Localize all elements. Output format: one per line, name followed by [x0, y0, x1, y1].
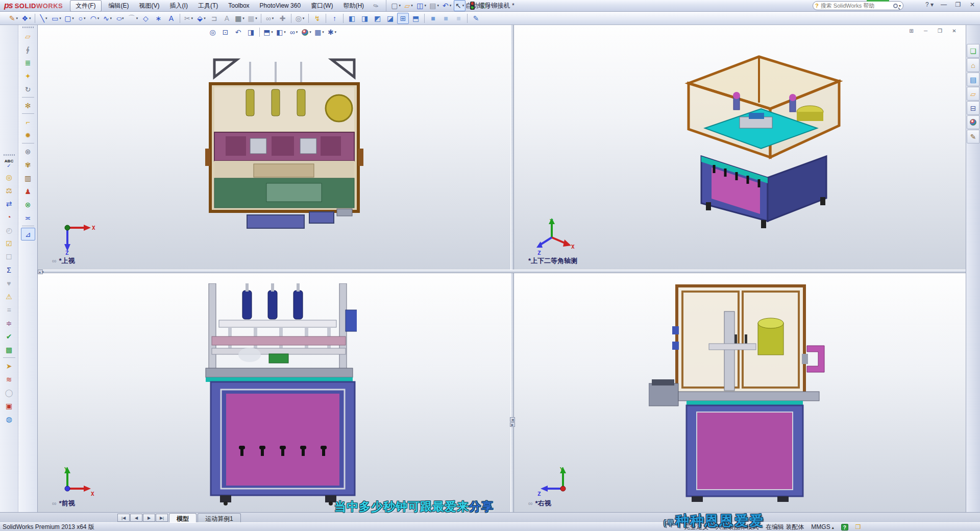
doc-minimize[interactable]: ─ — [920, 27, 932, 35]
tab-scroll-last[interactable]: ▶| — [156, 514, 168, 522]
search-icon[interactable] — [893, 4, 898, 8]
compress[interactable]: ≡ — [2, 303, 16, 316]
ellipse[interactable]: ○▾ — [114, 13, 126, 24]
exploded-view[interactable]: ✹ — [21, 129, 35, 141]
dropdown-arrow-icon[interactable]: ▾ — [424, 4, 426, 8]
appearances[interactable] — [967, 115, 979, 129]
view-settings[interactable]: ✱▾ — [326, 27, 338, 38]
instant-3d[interactable]: ↯ — [311, 13, 323, 24]
pattern-secondary[interactable]: ▦▾ — [247, 13, 258, 24]
vertical-splitter[interactable]: ◀ ▶ — [510, 25, 514, 512]
dropdown-arrow-icon[interactable]: ▾ — [29, 16, 31, 20]
smart-fasteners[interactable]: ✦ — [21, 69, 35, 82]
view-back[interactable]: ◨ — [359, 13, 371, 24]
accept-circle[interactable]: ◯ — [2, 386, 16, 399]
globe[interactable]: ◍ — [2, 413, 16, 425]
align-components[interactable]: ≍ — [21, 211, 35, 224]
dropdown-arrow-icon[interactable]: ▾ — [204, 16, 206, 20]
sketch-eraser[interactable]: ❖▾ — [20, 13, 32, 24]
menu-insert[interactable]: 插入(I) — [165, 1, 193, 11]
appearance-pen[interactable]: ✎ — [470, 13, 482, 24]
menu-photoview-360[interactable]: PhotoView 360 — [255, 1, 306, 10]
design-checker[interactable]: ☑ — [2, 237, 16, 250]
dropdown-arrow-icon[interactable]: ▾ — [411, 4, 413, 8]
equations[interactable]: Σ — [2, 263, 16, 276]
offset-entities[interactable]: ⊐ — [208, 13, 220, 24]
dropdown-arrow-icon[interactable]: ▾ — [309, 30, 311, 34]
status-units[interactable]: MMGS▴ — [811, 523, 834, 530]
dropdown-arrow-icon[interactable]: ▾ — [136, 16, 138, 20]
viewport-isometric[interactable]: ⊞─❐✕ — [514, 25, 966, 270]
search-select[interactable]: ➤ — [2, 359, 16, 372]
normal-to[interactable]: ↑ — [329, 13, 340, 24]
splitter-handle[interactable]: ▶ — [510, 422, 515, 427]
dropdown-arrow-icon[interactable]: ▾ — [450, 4, 452, 8]
search-input[interactable] — [821, 3, 893, 9]
tag-icon[interactable]: ❒ — [855, 523, 861, 530]
edit-appearance[interactable]: ▾ — [301, 27, 312, 38]
mass-properties[interactable]: ⚖ — [2, 184, 16, 197]
comments[interactable]: ❏ — [967, 44, 979, 58]
toolbar-grip[interactable] — [22, 27, 34, 28]
delete-table[interactable]: ▩ — [2, 343, 16, 356]
print[interactable]: ▤▾ — [428, 0, 440, 11]
menu-toolbox[interactable]: Toolbox — [223, 1, 254, 10]
zoom-to-area[interactable]: ⊡ — [219, 27, 231, 38]
splitter-handle[interactable]: ◀ — [510, 417, 515, 422]
dropdown-arrow-icon[interactable]: ▾ — [399, 4, 401, 8]
text[interactable]: A — [165, 13, 177, 24]
units-dropdown-icon[interactable]: ▴ — [832, 525, 834, 530]
shaded[interactable]: ■ — [440, 13, 452, 24]
dropdown-arrow-icon[interactable]: ▾ — [242, 16, 244, 20]
four-viewport[interactable]: ⊞ — [397, 13, 409, 24]
tab-scroll-next[interactable]: ▶ — [143, 514, 155, 522]
menu-edit[interactable]: 编辑(E) — [104, 1, 134, 11]
status-help-button[interactable]: ? — [841, 524, 848, 530]
view-left[interactable]: ◩ — [372, 13, 383, 24]
spline[interactable]: ∿▾ — [102, 13, 113, 24]
quick-snaps[interactable]: ◎▾ — [294, 13, 306, 24]
gear-drive[interactable]: ✾ — [21, 158, 35, 171]
sketch[interactable]: ✎▾ — [8, 13, 19, 24]
stopwatch[interactable]: ◴ — [2, 224, 16, 236]
belt-chain[interactable]: ⊛ — [21, 145, 35, 158]
minimize-button[interactable]: — — [938, 1, 949, 8]
arc[interactable]: ◠▾ — [89, 13, 101, 24]
dropdown-arrow-icon[interactable]: ▾ — [272, 16, 274, 20]
resources-home[interactable]: ⌂ — [967, 58, 979, 72]
rotate-component[interactable]: ↻ — [21, 83, 35, 95]
verification[interactable]: ✔ — [2, 330, 16, 343]
toolbar-grip[interactable] — [4, 154, 15, 156]
measure-tool[interactable]: ⊿ — [21, 228, 35, 240]
dropdown-arrow-icon[interactable]: ▾ — [191, 16, 193, 20]
section-properties[interactable]: ⇄ — [2, 197, 16, 210]
mate[interactable]: ≣ — [21, 56, 35, 69]
undo[interactable]: ↶▾ — [441, 0, 453, 11]
dropdown-arrow-icon[interactable]: ▾ — [45, 16, 47, 20]
measure-tape[interactable]: ◎ — [2, 171, 16, 183]
apply-scene[interactable]: ▦▾ — [313, 27, 325, 38]
design-library[interactable]: ▤ — [967, 73, 979, 86]
move-component[interactable]: ✻ — [21, 99, 35, 112]
save[interactable]: ◫▾ — [415, 0, 427, 11]
dropdown-arrow-icon[interactable]: ▾ — [488, 4, 490, 8]
viewport-front-view[interactable]: Y X ∞ *前视 — [38, 273, 510, 512]
sketch-warning[interactable]: A — [221, 13, 233, 24]
import-diagnostics[interactable]: ⚠ — [2, 290, 16, 303]
splitter-handle[interactable]: ▲▼ — [38, 270, 43, 274]
dropdown-arrow-icon[interactable]: ▾ — [97, 16, 100, 20]
trim-entities[interactable]: ✂▾ — [183, 13, 194, 24]
dropdown-arrow-icon[interactable]: ▾ — [59, 16, 61, 20]
custom-properties[interactable]: ✎ — [967, 130, 979, 143]
dropdown-arrow-icon[interactable]: ▾ — [296, 30, 298, 34]
file-explorer[interactable]: ▱ — [967, 87, 979, 101]
menu-view[interactable]: 视图(V) — [134, 1, 165, 11]
view-right[interactable]: ◪ — [384, 13, 396, 24]
straight-slot[interactable]: ▢▾ — [63, 13, 75, 24]
view-orientation[interactable]: ⬒▾ — [262, 27, 274, 38]
point[interactable]: ∗ — [153, 13, 164, 24]
dropdown-arrow-icon[interactable]: ▾ — [335, 30, 337, 34]
convert-entities[interactable]: ⬙▾ — [195, 13, 207, 24]
viewport-layout[interactable]: ⊞ — [905, 27, 917, 35]
dropdown-arrow-icon[interactable]: ▾ — [72, 16, 74, 20]
